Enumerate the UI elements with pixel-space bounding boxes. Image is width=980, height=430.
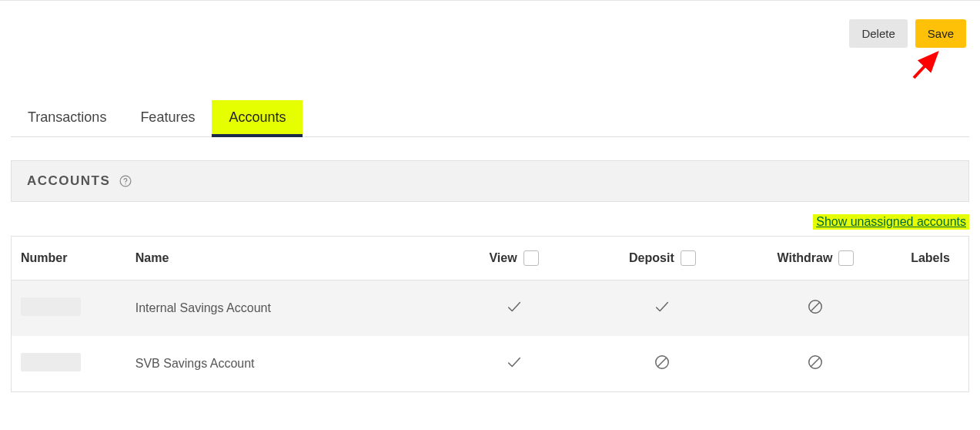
col-header-withdraw-label: Withdraw [777,251,832,265]
section-title: ACCOUNTS [27,173,110,189]
tab-accounts[interactable]: Accounts [212,100,303,136]
tab-bar: Transactions Features Accounts [11,100,969,137]
cell-withdraw[interactable] [739,336,892,392]
top-actions-bar: Delete Save [11,1,969,48]
col-header-withdraw: Withdraw [739,237,892,281]
cell-number [12,281,126,337]
cell-name: SVB Savings Account [126,336,443,392]
deposit-select-all-checkbox[interactable] [681,250,696,266]
cell-labels [892,281,969,337]
help-icon[interactable] [118,173,133,189]
svg-line-8 [811,358,820,367]
denied-icon [807,298,824,315]
accounts-table: Number Name View Deposit Withdraw [11,236,969,392]
show-unassigned-link[interactable]: Show unassigned accounts [816,215,966,228]
tab-features[interactable]: Features [123,100,212,136]
cell-deposit[interactable] [586,336,739,392]
denied-icon [654,354,671,371]
col-header-view: View [442,237,586,281]
withdraw-select-all-checkbox[interactable] [838,250,854,266]
show-unassigned-row: Show unassigned accounts [11,213,969,231]
delete-button[interactable]: Delete [849,19,907,48]
view-select-all-checkbox[interactable] [523,250,539,266]
col-header-deposit-label: Deposit [629,251,674,265]
cell-name: Internal Savings Account [126,281,443,337]
svg-line-0 [914,53,937,78]
cell-deposit[interactable] [586,281,739,337]
svg-point-1 [120,176,131,186]
table-header-row: Number Name View Deposit Withdraw [12,237,969,281]
check-icon [506,354,523,371]
check-icon [506,298,523,315]
redacted-number-icon [21,353,81,371]
cell-labels [892,336,969,392]
save-button[interactable]: Save [915,19,966,48]
cell-number [12,336,126,392]
cell-withdraw[interactable] [739,281,892,337]
svg-line-4 [811,303,820,311]
col-header-view-label: View [489,251,517,265]
col-header-labels: Labels [892,237,969,281]
cell-view[interactable] [442,336,586,392]
tab-transactions[interactable]: Transactions [11,100,123,136]
accounts-section-header: ACCOUNTS [11,160,969,202]
denied-icon [807,354,824,371]
table-row[interactable]: Internal Savings Account [12,281,969,337]
col-header-number: Number [12,237,126,281]
svg-point-2 [125,183,126,184]
svg-line-6 [658,358,667,367]
check-icon [654,298,671,315]
col-header-deposit: Deposit [586,237,739,281]
redacted-number-icon [21,297,81,316]
table-row[interactable]: SVB Savings Account [12,336,969,392]
col-header-name: Name [126,237,443,281]
cell-view[interactable] [442,281,586,337]
annotation-arrow-icon [909,47,945,82]
